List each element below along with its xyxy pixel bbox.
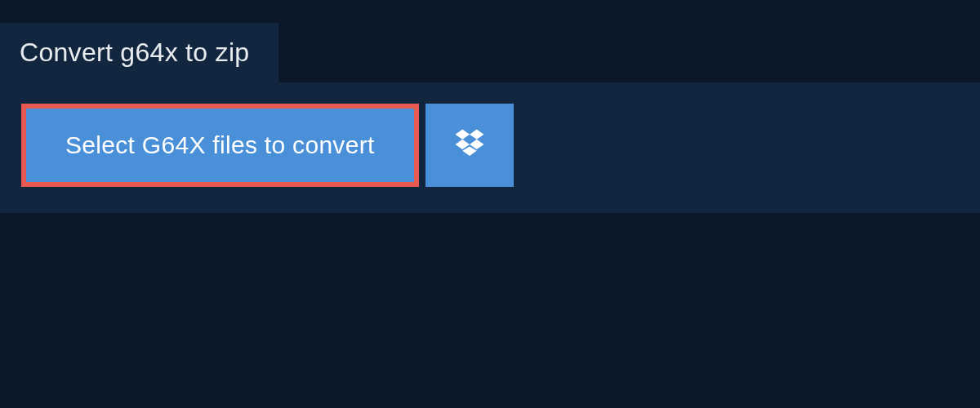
dropbox-icon <box>452 126 487 164</box>
tab-convert[interactable]: Convert g64x to zip <box>0 23 278 82</box>
upload-panel: Select G64X files to convert <box>0 82 980 213</box>
dropbox-button[interactable] <box>425 104 514 187</box>
select-files-label: Select G64X files to convert <box>65 131 375 159</box>
tab-title: Convert g64x to zip <box>20 38 249 67</box>
select-files-button[interactable]: Select G64X files to convert <box>21 104 419 187</box>
